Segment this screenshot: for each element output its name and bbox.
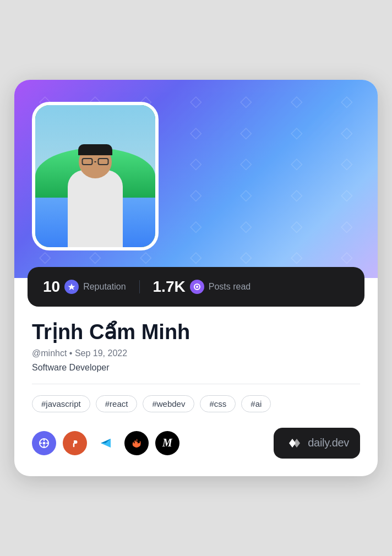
social-footer: M daily.dev: [32, 428, 360, 459]
avatar-wrapper: [32, 102, 164, 256]
stats-bar: 10 Reputation 1.7K Posts read: [28, 267, 364, 307]
tag-ai[interactable]: #ai: [241, 395, 271, 412]
watermark-cell: ◇: [322, 85, 372, 117]
posts-value: 1.7K: [153, 278, 186, 296]
freecodecamp-icon[interactable]: [124, 431, 149, 455]
producthunt-icon[interactable]: [63, 431, 87, 455]
watermark-cell: ◇: [271, 148, 322, 179]
user-join-date: Sep 19, 2022: [75, 348, 127, 358]
watermark-cell: ◇: [322, 117, 372, 148]
card-header: ◇ ◇ ◇ ◇ ◇ ◇ ◇ ◇ ◇ ◇ ◇ ◇ ◇ ◇ ◇ ◇ ◇ ◇ ◇ ◇ …: [14, 80, 378, 278]
user-handle: @minhct: [32, 348, 67, 358]
user-name: Trịnh Cẩm Minh: [32, 320, 360, 345]
profile-card: ◇ ◇ ◇ ◇ ◇ ◇ ◇ ◇ ◇ ◇ ◇ ◇ ◇ ◇ ◇ ◇ ◇ ◇ ◇ ◇ …: [14, 80, 378, 476]
watermark-cell: ◇: [221, 85, 271, 117]
reputation-stat: 10 Reputation: [43, 278, 126, 296]
send-icon[interactable]: [94, 431, 118, 455]
reputation-icon: [64, 280, 79, 294]
tags-container: #javascript #react #webdev #css #ai: [32, 395, 360, 412]
posts-label: Posts read: [209, 282, 251, 292]
watermark-cell: ◇: [171, 117, 221, 148]
watermark-cell: ◇: [171, 148, 221, 179]
watermark-cell: ◇: [271, 85, 322, 117]
watermark-cell: ◇: [221, 210, 271, 242]
daily-dev-text: daily.dev: [308, 437, 349, 449]
svg-point-2: [196, 286, 198, 288]
daily-dev-badge[interactable]: daily.dev: [274, 428, 360, 459]
daily-brand-name: daily: [308, 437, 329, 449]
tag-react[interactable]: #react: [96, 395, 138, 412]
section-divider: [32, 384, 360, 384]
posts-stat: 1.7K Posts read: [153, 278, 251, 296]
tag-css[interactable]: #css: [200, 395, 236, 412]
tag-webdev[interactable]: #webdev: [143, 395, 194, 412]
tag-javascript[interactable]: #javascript: [32, 395, 90, 412]
reputation-label: Reputation: [83, 282, 126, 292]
svg-point-8: [43, 441, 46, 444]
reputation-value: 10: [43, 278, 60, 296]
watermark-cell: ◇: [322, 210, 372, 242]
user-role: Software Developer: [32, 363, 360, 373]
daily-dev-logo-icon: [285, 434, 302, 452]
user-meta: @minhct • Sep 19, 2022: [32, 348, 360, 358]
social-icons-group: M: [32, 431, 179, 455]
watermark-cell: ◇: [221, 179, 271, 210]
svg-marker-0: [68, 284, 75, 290]
crosshair-icon[interactable]: [32, 431, 56, 455]
medium-icon[interactable]: M: [155, 431, 179, 455]
card-body: Trịnh Cẩm Minh @minhct • Sep 19, 2022 So…: [14, 318, 378, 476]
watermark-cell: ◇: [171, 210, 221, 242]
avatar-image: [35, 105, 155, 247]
watermark-cell: ◇: [171, 85, 221, 117]
watermark-cell: ◇: [322, 179, 372, 210]
posts-icon: [190, 280, 204, 294]
watermark-cell: ◇: [271, 179, 322, 210]
meta-dot: •: [69, 348, 75, 358]
watermark-cell: ◇: [221, 117, 271, 148]
watermark-cell: ◇: [171, 179, 221, 210]
watermark-cell: ◇: [271, 210, 322, 242]
watermark-cell: ◇: [322, 148, 372, 179]
watermark-cell: ◇: [221, 148, 271, 179]
daily-brand-suffix: .dev: [329, 437, 349, 449]
stats-divider: [139, 280, 140, 293]
watermark-cell: ◇: [271, 117, 322, 148]
avatar: [32, 102, 159, 250]
